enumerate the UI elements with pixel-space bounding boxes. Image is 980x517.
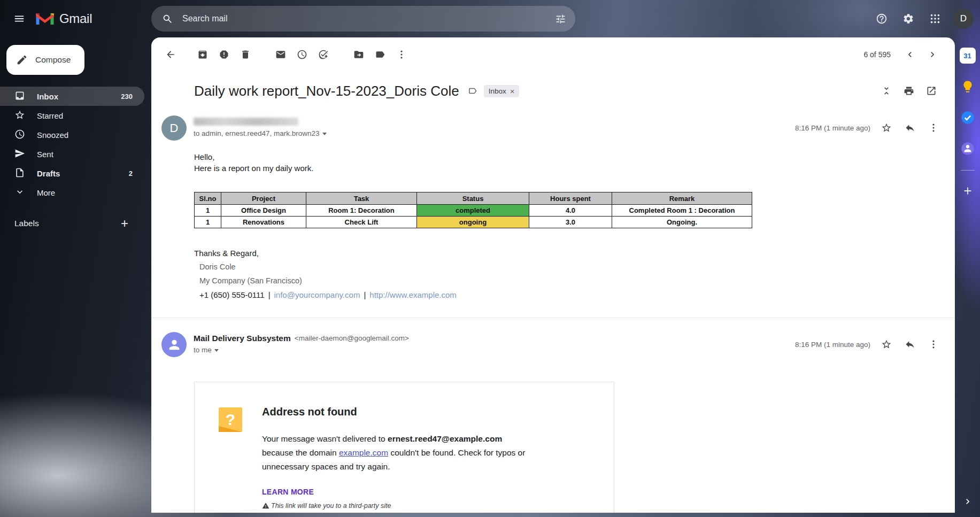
report-spam-icon[interactable] bbox=[213, 44, 235, 65]
greeting-text: Hello, bbox=[194, 151, 942, 163]
gmail-logo[interactable]: Gmail bbox=[35, 11, 92, 26]
third-party-disclaimer: This link will take you to a third-party… bbox=[262, 502, 534, 510]
warning-icon bbox=[262, 502, 269, 510]
cell-task: Room 1: Decoration bbox=[306, 205, 417, 217]
mark-unread-icon[interactable] bbox=[270, 44, 291, 65]
print-icon[interactable] bbox=[898, 80, 920, 102]
sender-avatar[interactable]: D bbox=[161, 115, 187, 141]
settings-gear-icon[interactable] bbox=[897, 7, 920, 30]
message-more-icon[interactable] bbox=[923, 117, 944, 138]
address-not-found-icon: ? bbox=[216, 406, 245, 510]
snooze-icon[interactable] bbox=[291, 44, 313, 65]
sender-email: <mailer-daemon@googlemail.com> bbox=[295, 334, 409, 342]
recipients-toggle[interactable]: to admin, ernest.reed47, mark.brown23 bbox=[194, 129, 327, 137]
svg-text:?: ? bbox=[226, 411, 235, 428]
reply-icon[interactable] bbox=[899, 334, 921, 355]
sidebar-item-count: 230 bbox=[121, 92, 133, 101]
sender-name[interactable]: Mail Delivery Subsystem bbox=[194, 334, 291, 343]
search-bar[interactable] bbox=[151, 6, 575, 32]
intro-text: Here is a report on my daily work. bbox=[194, 163, 942, 174]
inbox-label-chip[interactable]: Inbox × bbox=[484, 85, 520, 97]
help-icon[interactable] bbox=[870, 7, 893, 30]
signature-email-link[interactable]: info@yourcompany.com bbox=[274, 289, 360, 300]
keep-icon[interactable] bbox=[958, 77, 977, 96]
reply-icon[interactable] bbox=[899, 117, 921, 138]
google-apps-icon[interactable] bbox=[923, 7, 947, 30]
message-body: ? Address not found Your message wasn't … bbox=[151, 357, 955, 513]
sidebar-item-label: Snoozed bbox=[37, 130, 133, 140]
draft-file-icon bbox=[14, 167, 26, 179]
sidebar-item-label: Sent bbox=[37, 150, 133, 159]
search-filters-icon[interactable] bbox=[549, 7, 572, 30]
search-input[interactable] bbox=[179, 14, 549, 24]
more-options-icon[interactable] bbox=[391, 44, 412, 65]
sidebar-item-snoozed[interactable]: Snoozed bbox=[0, 125, 144, 144]
col-project: Project bbox=[221, 192, 306, 205]
delete-icon[interactable] bbox=[235, 44, 256, 65]
label-outline-icon[interactable] bbox=[468, 86, 477, 96]
show-side-panel-icon[interactable] bbox=[962, 496, 973, 508]
rail-divider bbox=[961, 170, 975, 171]
tasks-icon[interactable] bbox=[958, 108, 977, 127]
signature-phone: +1 (650) 555-0111 bbox=[199, 289, 265, 300]
sidebar-item-starred[interactable]: Starred bbox=[0, 106, 144, 125]
older-chevron-icon[interactable] bbox=[922, 44, 943, 65]
cell-remark: Ongoing. bbox=[612, 217, 752, 228]
sidebar-item-drafts[interactable]: Drafts 2 bbox=[0, 164, 144, 183]
message-more-icon[interactable] bbox=[923, 334, 944, 355]
back-icon[interactable] bbox=[160, 44, 181, 65]
labels-header: Labels bbox=[14, 219, 39, 228]
sender-email-redacted bbox=[194, 118, 298, 126]
domain-link[interactable]: example.com bbox=[339, 448, 388, 457]
message-1: D to admin, ernest.reed47, mark.brown23 … bbox=[151, 102, 955, 318]
gmail-m-icon bbox=[35, 12, 55, 26]
toolbar-pagination: 6 of 595 bbox=[863, 44, 943, 65]
dropdown-arrow-icon bbox=[322, 133, 327, 135]
timestamp: 8:16 PM (1 minute ago) bbox=[795, 124, 870, 132]
compose-button[interactable]: Compose bbox=[6, 45, 84, 75]
chip-label: Inbox bbox=[489, 87, 506, 95]
cell-hours: 3.0 bbox=[529, 217, 612, 228]
contacts-icon[interactable] bbox=[958, 139, 977, 158]
sidebar-item-sent[interactable]: Sent bbox=[0, 144, 144, 164]
learn-more-link[interactable]: LEARN MORE bbox=[262, 488, 314, 496]
get-addons-icon[interactable] bbox=[958, 181, 977, 200]
signature-website-link[interactable]: http://www.example.com bbox=[369, 289, 457, 300]
remove-label-icon[interactable]: × bbox=[510, 87, 515, 96]
recipients-toggle[interactable]: to me bbox=[194, 346, 409, 354]
sender-avatar-initial: D bbox=[170, 121, 179, 135]
star-message-icon[interactable] bbox=[876, 117, 897, 138]
open-in-new-icon[interactable] bbox=[921, 80, 942, 102]
move-to-folder-icon[interactable] bbox=[348, 44, 369, 65]
bounce-content: Address not found Your message wasn't de… bbox=[262, 406, 534, 510]
main-menu-icon[interactable] bbox=[7, 7, 31, 30]
sidebar-item-more[interactable]: More bbox=[0, 183, 144, 202]
message-header: Mail Delivery Subsystem <mailer-daemon@g… bbox=[151, 318, 955, 357]
signature-contact: +1 (650) 555-0111 | info@yourcompany.com… bbox=[199, 289, 942, 300]
sidebar-item-inbox[interactable]: Inbox 230 bbox=[0, 87, 144, 106]
star-message-icon[interactable] bbox=[876, 334, 897, 355]
archive-icon[interactable] bbox=[192, 44, 213, 65]
col-hours: Hours spent bbox=[529, 192, 612, 205]
collapse-all-icon[interactable] bbox=[876, 80, 897, 102]
newer-chevron-icon[interactable] bbox=[899, 44, 921, 65]
sender-meta: Mail Delivery Subsystem <mailer-daemon@g… bbox=[194, 332, 409, 354]
label-tag-icon[interactable] bbox=[369, 44, 391, 65]
message-header: D to admin, ernest.reed47, mark.brown23 … bbox=[151, 102, 955, 141]
search-icon[interactable] bbox=[156, 7, 179, 30]
bounce-title: Address not found bbox=[262, 406, 534, 418]
profile-avatar[interactable]: D bbox=[953, 9, 974, 29]
message-toolbar: 6 of 595 bbox=[151, 37, 955, 68]
add-to-tasks-icon[interactable] bbox=[313, 44, 334, 65]
compose-pencil-icon bbox=[16, 54, 28, 66]
profile-initial: D bbox=[960, 13, 967, 24]
labels-section: Labels + bbox=[0, 217, 144, 230]
create-label-icon[interactable]: + bbox=[121, 217, 128, 230]
signature: Thanks & Regard, Doris Cole My Company (… bbox=[194, 248, 942, 318]
signature-name: Doris Cole bbox=[199, 261, 942, 273]
signature-company: My Company (San Francisco) bbox=[199, 275, 942, 287]
sidebar-item-label: Inbox bbox=[37, 92, 121, 101]
mailer-daemon-avatar[interactable] bbox=[161, 332, 187, 357]
calendar-icon[interactable]: 31 bbox=[958, 46, 977, 65]
compose-label: Compose bbox=[35, 55, 71, 65]
